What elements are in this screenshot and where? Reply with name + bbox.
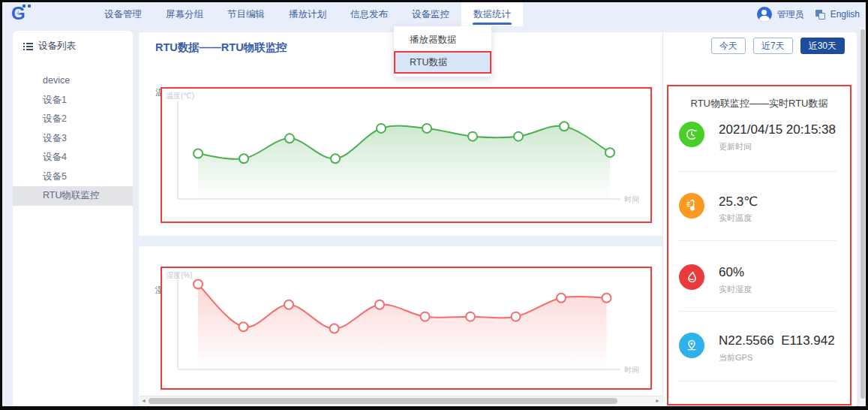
nav-tab[interactable]: 屏幕分组 <box>154 2 215 26</box>
current-gps-label: 当前GPS <box>719 352 752 363</box>
horizontal-scrollbar[interactable]: ◄ ► <box>140 396 662 405</box>
date-range-button[interactable]: 今天 <box>711 38 746 54</box>
device-list: device 设备1 设备2 设备3 设备4 设备5 RTU物联监控 <box>13 71 133 206</box>
language-switch[interactable]: English <box>830 9 860 20</box>
panel-divider <box>679 381 836 381</box>
sidebar-item-label: 设备4 <box>43 152 67 162</box>
realtime-temperature-value: 25.3℃ <box>719 194 758 210</box>
panel-divider <box>679 240 836 241</box>
sidebar-device-item[interactable]: 设备5 <box>13 167 133 187</box>
update-time-item: 2021/04/15 20:15:38 更新时间 <box>679 122 839 165</box>
nav-tab[interactable]: 设备管理 <box>92 2 154 26</box>
nav-tab[interactable]: 数据统计 <box>461 2 523 26</box>
horizontal-scrollbar-thumb[interactable] <box>149 398 617 404</box>
main-nav: 设备管理 屏幕分组 节目编辑 播放计划 信息发布 设备监控 数据统计 <box>92 2 523 26</box>
nav-tab-label: 屏幕分组 <box>166 9 203 20</box>
nav-tab-label: 信息发布 <box>350 9 388 20</box>
main-content: RTU数据——RTU物联监控 今天 近7天 近30天 温度曲线图 温度(℃)时间… <box>139 32 857 406</box>
realtime-panel-title: RTU物联监控——实时RTU数据 <box>668 97 850 110</box>
sidebar-device-item[interactable]: 设备2 <box>13 110 133 129</box>
sidebar-item-label: 设备5 <box>43 171 67 182</box>
statistics-dropdown-menu: 播放器数据 RTU数据 <box>394 26 491 77</box>
panel-divider <box>679 171 836 172</box>
sidebar-device-item[interactable]: RTU物联监控 <box>13 186 133 206</box>
dropdown-menu-item[interactable]: 播放器数据 <box>394 29 491 51</box>
nav-tab[interactable]: 信息发布 <box>338 2 400 26</box>
temperature-chart: 温度(℃)时间 <box>161 87 652 223</box>
current-gps-value: N22.5566 E113.942 <box>719 333 835 348</box>
sidebar-device-item[interactable]: 设备3 <box>13 129 133 149</box>
dropdown-item-label: RTU数据 <box>410 57 447 68</box>
svg-text:温度(℃): 温度(℃) <box>166 92 194 100</box>
device-sidebar: 设备列表 device 设备1 设备2 设备3 设备4 设备5 RTU物联监控 <box>13 31 133 406</box>
update-time-label: 更新时间 <box>719 141 752 152</box>
sidebar-device-item[interactable]: 设备4 <box>13 148 133 167</box>
panel-divider <box>679 311 836 312</box>
date-range-buttons: 今天 近7天 近30天 <box>711 38 845 54</box>
sidebar-item-label: RTU物联监控 <box>43 190 99 200</box>
realtime-rtu-panel: RTU物联监控——实时RTU数据 2021/04/15 20:15:38 更新时… <box>667 85 851 405</box>
nav-tab[interactable]: 节目编辑 <box>215 2 277 26</box>
content-separator <box>662 32 663 405</box>
nav-tab-label: 设备监控 <box>412 9 449 20</box>
date-range-label: 今天 <box>719 41 737 51</box>
brand-logo-icon[interactable]: G + <box>11 2 37 25</box>
gps-icon <box>679 333 704 358</box>
sidebar-item-label: device <box>43 75 70 86</box>
dropdown-item-label: 播放器数据 <box>410 35 457 45</box>
svg-text:湿度(%): 湿度(%) <box>166 271 193 279</box>
date-range-button[interactable]: 近7天 <box>753 38 793 54</box>
sidebar-title: 设备列表 <box>38 40 76 53</box>
list-icon <box>23 42 33 51</box>
realtime-humidity-item: 60% 实时湿度 <box>679 264 839 308</box>
sidebar-item-label: 设备2 <box>43 113 67 124</box>
date-range-button[interactable]: 近30天 <box>800 38 845 54</box>
svg-text:时间: 时间 <box>624 366 639 374</box>
vertical-scrollbar-thumb[interactable] <box>860 29 865 399</box>
user-name[interactable]: 管理员 <box>777 8 804 21</box>
sidebar-device-item[interactable]: device <box>13 71 133 91</box>
humidity-icon <box>679 264 704 290</box>
update-time-value: 2021/04/15 20:15:38 <box>719 122 836 137</box>
realtime-humidity-label: 实时湿度 <box>719 284 752 295</box>
sidebar-device-item[interactable]: 设备1 <box>13 91 133 110</box>
nav-tab-label: 播放计划 <box>289 9 326 20</box>
page-title: RTU数据——RTU物联监控 <box>155 41 287 55</box>
nav-tab[interactable]: 播放计划 <box>277 2 338 26</box>
translate-icon[interactable] <box>815 10 825 20</box>
scroll-left-arrow-icon[interactable]: ◄ <box>140 396 148 405</box>
user-avatar-icon[interactable] <box>757 7 772 22</box>
date-range-label: 近7天 <box>761 41 785 51</box>
top-navbar: G + 设备管理 屏幕分组 节目编辑 播放计划 信息发布 设备监控 数据统计 <box>2 2 866 26</box>
nav-tab[interactable]: 设备监控 <box>400 2 461 26</box>
nav-tab-label: 设备管理 <box>104 9 142 20</box>
sidebar-header: 设备列表 <box>23 40 76 53</box>
thermometer-icon <box>679 193 704 219</box>
date-range-label: 近30天 <box>809 41 836 51</box>
humidity-chart: 湿度(%)时间 <box>161 267 652 390</box>
vertical-scrollbar[interactable] <box>860 27 866 406</box>
refresh-time-icon <box>679 122 704 147</box>
realtime-humidity-value: 60% <box>719 265 744 280</box>
user-area: 管理员 English <box>757 2 860 26</box>
current-gps-item: N22.5566 E113.942 当前GPS <box>679 333 839 376</box>
realtime-temperature-label: 实时温度 <box>719 213 752 224</box>
nav-tab-label: 数据统计 <box>473 9 511 20</box>
nav-tab-label: 节目编辑 <box>227 9 265 20</box>
realtime-temperature-item: 25.3℃ 实时温度 <box>679 193 839 237</box>
card-divider <box>139 236 662 246</box>
sidebar-item-label: 设备3 <box>43 133 67 143</box>
scroll-right-arrow-icon[interactable]: ► <box>653 396 662 405</box>
dropdown-menu-item[interactable]: RTU数据 <box>394 51 491 74</box>
sidebar-item-label: 设备1 <box>43 95 67 105</box>
app-window: G + 设备管理 屏幕分组 节目编辑 播放计划 信息发布 设备监控 数据统计 <box>0 0 868 410</box>
svg-text:时间: 时间 <box>624 195 639 203</box>
